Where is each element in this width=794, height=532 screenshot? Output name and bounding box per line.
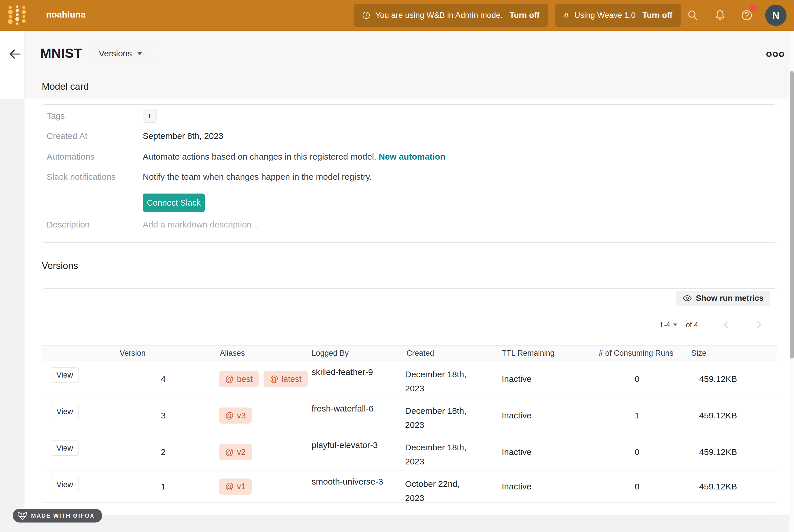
alias-chip: @v1 <box>219 478 252 495</box>
view-button[interactable]: View <box>51 404 79 419</box>
scrollbar-thumb[interactable] <box>790 71 794 359</box>
size-value: 459.12KB <box>699 411 737 420</box>
fox-icon <box>17 510 27 521</box>
aliases-cell: @v2 <box>219 434 252 470</box>
consuming-runs-count: 0 <box>635 374 640 384</box>
scrollbar-track[interactable] <box>789 31 794 532</box>
at-icon: @ <box>225 375 233 384</box>
new-automation-link[interactable]: New automation <box>379 152 446 161</box>
search-icon[interactable] <box>687 10 699 21</box>
version-number: 2 <box>161 447 166 457</box>
gifox-badge-text: MADE WITH GIFOX <box>31 512 95 519</box>
created-date-line2: 2023 <box>405 491 460 505</box>
alias-name: latest <box>282 375 302 384</box>
overflow-menu-button[interactable] <box>766 50 785 59</box>
logged-by-cell: smooth-universe-3 <box>311 477 383 487</box>
wandb-model-registry-page: noahluna You are using W&B in Admin mode… <box>0 0 794 532</box>
column-header-ttl-remaining: TTL Remaining <box>502 346 555 361</box>
at-icon: @ <box>225 448 233 457</box>
avatar-initial: N <box>772 10 780 21</box>
alias-name: best <box>237 375 252 384</box>
created-cell: December 18th,2023 <box>405 440 466 469</box>
back-arrow-button[interactable] <box>8 48 22 61</box>
weave-banner-text: Using Weave 1.0 <box>574 11 636 20</box>
page-range-label: 1-4 <box>659 320 670 329</box>
weave-turn-off-link[interactable]: Turn off <box>642 11 672 20</box>
logged-by-cell: skilled-feather-9 <box>311 367 373 377</box>
consuming-runs-cell: 0 <box>589 471 640 502</box>
column-header-version: Version <box>99 346 166 361</box>
versions-dropdown[interactable]: Versions <box>88 44 153 63</box>
view-button[interactable]: View <box>51 440 79 456</box>
size-cell: 459.12KB <box>669 434 737 470</box>
column-header-created: Created <box>407 346 434 361</box>
admin-mode-banner: You are using W&B in Admin mode. Turn of… <box>354 4 548 27</box>
page-total-label: of 4 <box>686 320 698 329</box>
warning-icon <box>362 9 370 21</box>
size-cell: 459.12KB <box>669 361 737 397</box>
alias-chip: @v2 <box>219 444 252 460</box>
size-value: 459.12KB <box>699 482 737 491</box>
at-icon: @ <box>270 375 278 384</box>
admin-banner-text: You are using W&B in Admin mode. <box>375 11 503 20</box>
ttl-cell: Inactive <box>502 397 531 434</box>
left-rail-lower <box>0 99 24 532</box>
consuming-runs-count: 1 <box>635 411 640 420</box>
table-row: View2@v2playful-elevator-3December 18th,… <box>42 434 777 471</box>
created-date-line1: December 18th, <box>405 404 466 418</box>
page-header-band <box>24 31 794 99</box>
view-cell: View <box>51 440 79 456</box>
wandb-logo-icon[interactable] <box>6 5 28 26</box>
consuming-runs-count: 0 <box>635 482 640 491</box>
description-label: Description <box>46 218 90 231</box>
created-date-line1: December 18th, <box>405 440 466 454</box>
weave-banner: Using Weave 1.0 Turn off <box>555 4 681 27</box>
chevron-down-icon <box>137 52 143 55</box>
ttl-cell: Inactive <box>502 361 531 397</box>
topbar: noahluna You are using W&B in Admin mode… <box>0 0 794 31</box>
versions-panel: Show run metrics 1-4 of 4 Version Aliase… <box>42 288 777 515</box>
show-run-metrics-button[interactable]: Show run metrics <box>676 291 770 306</box>
created-cell: December 18th,2023 <box>405 404 466 432</box>
view-cell: View <box>51 477 79 492</box>
size-value: 459.12KB <box>699 374 737 384</box>
previous-page-button[interactable] <box>721 320 731 329</box>
next-page-button[interactable] <box>754 320 764 329</box>
alias-chip: @latest <box>264 371 308 387</box>
add-tag-button[interactable]: + <box>143 109 156 123</box>
consuming-runs-cell: 0 <box>589 434 640 470</box>
size-cell: 459.12KB <box>669 471 737 502</box>
versions-dropdown-label: Versions <box>99 49 132 58</box>
alias-name: v2 <box>237 448 246 457</box>
size-cell: 459.12KB <box>669 397 737 434</box>
alias-name: v1 <box>237 482 246 491</box>
version-cell: 3 <box>99 397 166 434</box>
ttl-cell: Inactive <box>502 471 531 502</box>
logged-by-cell: playful-elevator-3 <box>311 440 378 450</box>
connect-slack-button[interactable]: Connect Slack <box>143 193 205 212</box>
versions-table-body: View4@best@latestskilled-feather-9Decemb… <box>42 361 777 503</box>
version-cell: 2 <box>99 434 166 470</box>
view-button[interactable]: View <box>51 367 79 382</box>
description-placeholder[interactable]: Add a markdown description... <box>143 218 259 231</box>
team-name[interactable]: noahluna <box>46 10 86 20</box>
created-cell: October 22nd,2023 <box>405 477 460 505</box>
chevron-down-icon <box>673 324 677 326</box>
column-header-aliases: Aliases <box>220 346 245 361</box>
ttl-value: Inactive <box>502 447 531 457</box>
created-at-label: Created At <box>46 129 88 142</box>
created-date-line1: December 18th, <box>405 367 466 381</box>
view-cell: View <box>51 404 79 419</box>
admin-turn-off-link[interactable]: Turn off <box>510 11 540 20</box>
version-cell: 1 <box>99 471 166 502</box>
versions-heading: Versions <box>42 260 78 271</box>
user-avatar[interactable]: N <box>765 5 787 26</box>
view-button[interactable]: View <box>51 477 79 492</box>
ttl-value: Inactive <box>502 411 531 420</box>
bell-icon[interactable] <box>714 10 726 21</box>
show-run-metrics-label: Show run metrics <box>696 293 763 303</box>
size-value: 459.12KB <box>699 447 737 457</box>
bottom-strip <box>24 515 794 532</box>
page-range-dropdown[interactable]: 1-4 <box>659 320 677 329</box>
logged-by-cell: fresh-waterfall-6 <box>311 404 373 414</box>
